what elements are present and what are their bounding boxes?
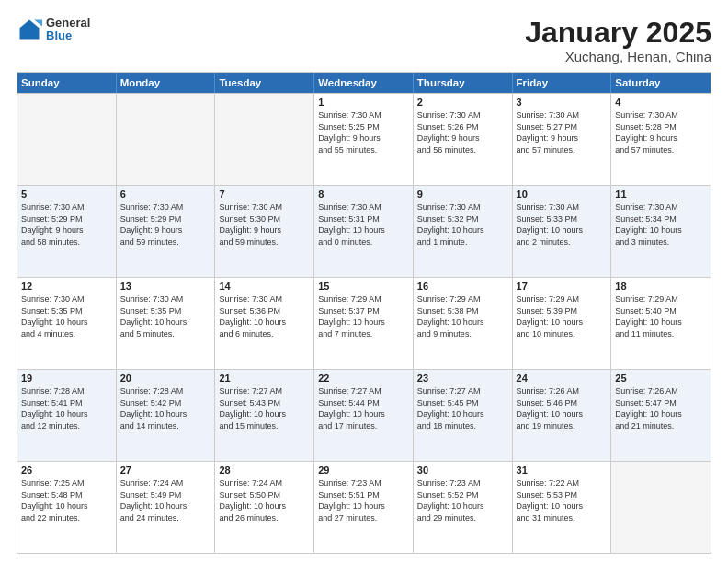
- calendar-cell-r2-c2: 14Sunrise: 7:30 AM Sunset: 5:36 PM Dayli…: [215, 278, 314, 369]
- calendar-cell-r4-c3: 29Sunrise: 7:23 AM Sunset: 5:51 PM Dayli…: [314, 462, 414, 553]
- calendar-cell-r3-c2: 21Sunrise: 7:27 AM Sunset: 5:43 PM Dayli…: [215, 370, 314, 461]
- cell-day-number: 12: [21, 281, 112, 292]
- cell-info: Sunrise: 7:22 AM Sunset: 5:53 PM Dayligh…: [517, 477, 608, 523]
- cell-info: Sunrise: 7:30 AM Sunset: 5:31 PM Dayligh…: [318, 201, 409, 247]
- cell-day-number: 15: [318, 281, 409, 292]
- calendar-cell-r3-c4: 23Sunrise: 7:27 AM Sunset: 5:45 PM Dayli…: [414, 370, 513, 461]
- calendar-body: 1Sunrise: 7:30 AM Sunset: 5:25 PM Daylig…: [17, 93, 711, 553]
- cell-info: Sunrise: 7:30 AM Sunset: 5:36 PM Dayligh…: [219, 293, 310, 339]
- weekday-header-tuesday: Tuesday: [215, 73, 314, 93]
- calendar-cell-r4-c1: 27Sunrise: 7:24 AM Sunset: 5:49 PM Dayli…: [117, 462, 216, 553]
- calendar-cell-r3-c3: 22Sunrise: 7:27 AM Sunset: 5:44 PM Dayli…: [314, 370, 414, 461]
- cell-info: Sunrise: 7:30 AM Sunset: 5:28 PM Dayligh…: [615, 109, 707, 155]
- calendar-cell-r2-c4: 16Sunrise: 7:29 AM Sunset: 5:38 PM Dayli…: [414, 278, 513, 369]
- calendar-cell-r0-c1: [117, 94, 216, 185]
- cell-day-number: 22: [318, 373, 409, 384]
- calendar-cell-r1-c0: 5Sunrise: 7:30 AM Sunset: 5:29 PM Daylig…: [17, 186, 117, 277]
- cell-day-number: 19: [21, 373, 112, 384]
- cell-info: Sunrise: 7:23 AM Sunset: 5:52 PM Dayligh…: [417, 477, 508, 523]
- cell-info: Sunrise: 7:29 AM Sunset: 5:37 PM Dayligh…: [318, 293, 409, 339]
- cell-info: Sunrise: 7:30 AM Sunset: 5:34 PM Dayligh…: [615, 201, 707, 247]
- calendar-row-0: 1Sunrise: 7:30 AM Sunset: 5:25 PM Daylig…: [17, 93, 711, 185]
- cell-info: Sunrise: 7:30 AM Sunset: 5:30 PM Dayligh…: [219, 201, 310, 247]
- cell-info: Sunrise: 7:30 AM Sunset: 5:32 PM Dayligh…: [417, 201, 508, 247]
- cell-day-number: 24: [517, 373, 608, 384]
- weekday-header-thursday: Thursday: [414, 73, 513, 93]
- cell-info: Sunrise: 7:30 AM Sunset: 5:29 PM Dayligh…: [21, 201, 112, 247]
- calendar-cell-r2-c6: 18Sunrise: 7:29 AM Sunset: 5:40 PM Dayli…: [611, 278, 711, 369]
- cell-day-number: 11: [615, 189, 707, 200]
- calendar-cell-r0-c3: 1Sunrise: 7:30 AM Sunset: 5:25 PM Daylig…: [314, 94, 414, 185]
- calendar-cell-r2-c5: 17Sunrise: 7:29 AM Sunset: 5:39 PM Dayli…: [513, 278, 612, 369]
- cell-info: Sunrise: 7:27 AM Sunset: 5:43 PM Dayligh…: [219, 385, 310, 431]
- page: General Blue January 2025 Xuchang, Henan…: [0, 0, 728, 563]
- cell-info: Sunrise: 7:30 AM Sunset: 5:35 PM Dayligh…: [21, 293, 112, 339]
- calendar-header-row: SundayMondayTuesdayWednesdayThursdayFrid…: [17, 73, 711, 93]
- calendar-cell-r4-c6: [611, 462, 711, 553]
- cell-info: Sunrise: 7:25 AM Sunset: 5:48 PM Dayligh…: [21, 477, 112, 523]
- cell-info: Sunrise: 7:24 AM Sunset: 5:49 PM Dayligh…: [120, 477, 211, 523]
- logo-text: General Blue: [46, 17, 90, 43]
- cell-day-number: 5: [21, 189, 112, 200]
- cell-info: Sunrise: 7:28 AM Sunset: 5:41 PM Dayligh…: [21, 385, 112, 431]
- calendar-cell-r1-c5: 10Sunrise: 7:30 AM Sunset: 5:33 PM Dayli…: [513, 186, 612, 277]
- cell-day-number: 16: [417, 281, 508, 292]
- cell-info: Sunrise: 7:30 AM Sunset: 5:35 PM Dayligh…: [120, 293, 211, 339]
- calendar-cell-r1-c1: 6Sunrise: 7:30 AM Sunset: 5:29 PM Daylig…: [117, 186, 216, 277]
- cell-day-number: 4: [615, 97, 707, 108]
- title-block: January 2025 Xuchang, Henan, China: [525, 17, 711, 64]
- calendar-cell-r2-c0: 12Sunrise: 7:30 AM Sunset: 5:35 PM Dayli…: [17, 278, 117, 369]
- cell-day-number: 3: [517, 97, 608, 108]
- cell-day-number: 2: [417, 97, 508, 108]
- cell-info: Sunrise: 7:26 AM Sunset: 5:47 PM Dayligh…: [615, 385, 707, 431]
- calendar: SundayMondayTuesdayWednesdayThursdayFrid…: [17, 72, 711, 554]
- cell-day-number: 8: [318, 189, 409, 200]
- calendar-cell-r2-c3: 15Sunrise: 7:29 AM Sunset: 5:37 PM Dayli…: [314, 278, 414, 369]
- calendar-row-2: 12Sunrise: 7:30 AM Sunset: 5:35 PM Dayli…: [17, 277, 711, 369]
- cell-day-number: 14: [219, 281, 310, 292]
- cell-day-number: 28: [219, 465, 310, 476]
- cell-info: Sunrise: 7:30 AM Sunset: 5:29 PM Dayligh…: [120, 201, 211, 247]
- calendar-row-3: 19Sunrise: 7:28 AM Sunset: 5:41 PM Dayli…: [17, 369, 711, 461]
- cell-day-number: 17: [517, 281, 608, 292]
- cell-day-number: 25: [615, 373, 707, 384]
- calendar-cell-r4-c5: 31Sunrise: 7:22 AM Sunset: 5:53 PM Dayli…: [513, 462, 612, 553]
- calendar-row-1: 5Sunrise: 7:30 AM Sunset: 5:29 PM Daylig…: [17, 185, 711, 277]
- cell-day-number: 31: [517, 465, 608, 476]
- cell-info: Sunrise: 7:27 AM Sunset: 5:44 PM Dayligh…: [318, 385, 409, 431]
- header: General Blue January 2025 Xuchang, Henan…: [17, 17, 711, 64]
- calendar-cell-r1-c3: 8Sunrise: 7:30 AM Sunset: 5:31 PM Daylig…: [314, 186, 414, 277]
- calendar-cell-r0-c4: 2Sunrise: 7:30 AM Sunset: 5:26 PM Daylig…: [414, 94, 513, 185]
- cell-day-number: 30: [417, 465, 508, 476]
- cell-day-number: 20: [120, 373, 211, 384]
- calendar-row-4: 26Sunrise: 7:25 AM Sunset: 5:48 PM Dayli…: [17, 461, 711, 553]
- cell-info: Sunrise: 7:24 AM Sunset: 5:50 PM Dayligh…: [219, 477, 310, 523]
- cell-day-number: 1: [318, 97, 409, 108]
- svg-marker-0: [20, 20, 40, 40]
- cell-info: Sunrise: 7:26 AM Sunset: 5:46 PM Dayligh…: [517, 385, 608, 431]
- cell-info: Sunrise: 7:30 AM Sunset: 5:33 PM Dayligh…: [517, 201, 608, 247]
- calendar-cell-r0-c6: 4Sunrise: 7:30 AM Sunset: 5:28 PM Daylig…: [611, 94, 711, 185]
- calendar-cell-r3-c0: 19Sunrise: 7:28 AM Sunset: 5:41 PM Dayli…: [17, 370, 117, 461]
- weekday-header-wednesday: Wednesday: [314, 73, 414, 93]
- cell-info: Sunrise: 7:30 AM Sunset: 5:26 PM Dayligh…: [417, 109, 508, 155]
- calendar-title: January 2025: [525, 17, 711, 49]
- weekday-header-saturday: Saturday: [611, 73, 711, 93]
- cell-info: Sunrise: 7:29 AM Sunset: 5:40 PM Dayligh…: [615, 293, 707, 339]
- cell-day-number: 26: [21, 465, 112, 476]
- calendar-cell-r3-c6: 25Sunrise: 7:26 AM Sunset: 5:47 PM Dayli…: [611, 370, 711, 461]
- calendar-cell-r4-c2: 28Sunrise: 7:24 AM Sunset: 5:50 PM Dayli…: [215, 462, 314, 553]
- logo-blue-text: Blue: [46, 29, 90, 42]
- calendar-cell-r0-c0: [17, 94, 117, 185]
- calendar-cell-r1-c4: 9Sunrise: 7:30 AM Sunset: 5:32 PM Daylig…: [414, 186, 513, 277]
- calendar-cell-r3-c1: 20Sunrise: 7:28 AM Sunset: 5:42 PM Dayli…: [117, 370, 216, 461]
- cell-day-number: 18: [615, 281, 707, 292]
- cell-info: Sunrise: 7:29 AM Sunset: 5:38 PM Dayligh…: [417, 293, 508, 339]
- cell-day-number: 21: [219, 373, 310, 384]
- cell-info: Sunrise: 7:23 AM Sunset: 5:51 PM Dayligh…: [318, 477, 409, 523]
- cell-day-number: 29: [318, 465, 409, 476]
- logo-general-text: General: [46, 17, 90, 29]
- cell-info: Sunrise: 7:27 AM Sunset: 5:45 PM Dayligh…: [417, 385, 508, 431]
- weekday-header-sunday: Sunday: [17, 73, 117, 93]
- cell-day-number: 10: [517, 189, 608, 200]
